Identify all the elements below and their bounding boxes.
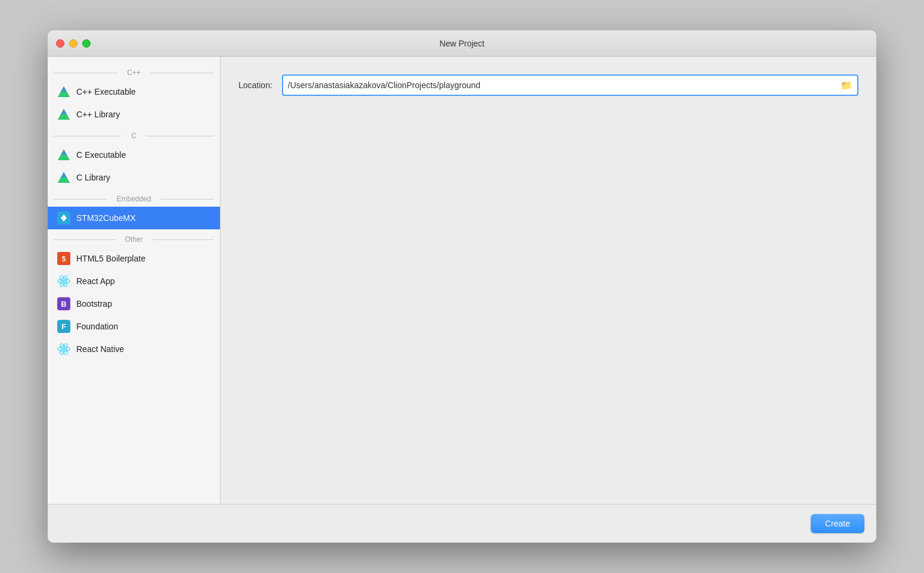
- react-icon: [57, 275, 70, 288]
- foundation-label: Foundation: [76, 322, 118, 331]
- svg-point-16: [63, 280, 66, 283]
- location-row: Location: 📁: [238, 74, 858, 96]
- minimize-button[interactable]: [69, 39, 77, 48]
- section-label-cpp: C++: [48, 63, 220, 80]
- svg-marker-11: [58, 177, 70, 183]
- sidebar-item-cpp-executable[interactable]: C++ Executable: [48, 80, 220, 103]
- sidebar-item-react-native[interactable]: React Native: [48, 338, 220, 360]
- cpp-library-label: C++ Library: [76, 110, 120, 119]
- sidebar-item-react-app[interactable]: React App: [48, 270, 220, 292]
- stm32-icon: [57, 211, 70, 225]
- sidebar-item-bootstrap[interactable]: B Bootstrap: [48, 292, 220, 315]
- sidebar-item-cpp-library[interactable]: C++ Library: [48, 103, 220, 126]
- new-project-window: New Project C++ C++ Executable: [48, 30, 876, 543]
- svg-marker-2: [58, 92, 70, 97]
- cpp-executable-label: C++ Executable: [76, 87, 136, 96]
- react-native-icon: [57, 342, 70, 356]
- cmake-icon: [57, 171, 70, 184]
- react-native-label: React Native: [76, 344, 124, 354]
- svg-marker-7: [61, 150, 67, 155]
- svg-marker-1: [61, 86, 67, 92]
- section-label-other: Other: [48, 229, 220, 247]
- cmake-icon: [57, 108, 70, 121]
- create-button[interactable]: Create: [811, 514, 864, 533]
- c-library-label: C Library: [76, 173, 110, 182]
- svg-text:5: 5: [62, 255, 66, 263]
- section-label-embedded: Embedded: [48, 189, 220, 207]
- c-executable-label: C Executable: [76, 150, 126, 160]
- location-label: Location:: [238, 80, 272, 90]
- svg-marker-10: [61, 172, 67, 177]
- html5-boilerplate-label: HTML5 Boilerplate: [76, 254, 145, 263]
- close-button[interactable]: [56, 39, 64, 48]
- sidebar-item-c-executable[interactable]: C Executable: [48, 144, 220, 166]
- cmake-icon: [57, 148, 70, 161]
- cmake-icon: [57, 85, 70, 98]
- svg-marker-5: [58, 114, 70, 120]
- location-input-wrapper: 📁: [282, 74, 858, 96]
- bootstrap-label: Bootstrap: [76, 299, 112, 309]
- svg-marker-8: [58, 155, 70, 160]
- title-bar: New Project: [48, 30, 876, 57]
- content-area: C++ C++ Executable C++ Library: [48, 57, 876, 504]
- svg-point-20: [63, 348, 66, 351]
- html5-icon: 5: [57, 252, 70, 265]
- bootstrap-icon: B: [57, 297, 70, 310]
- react-app-label: React App: [76, 276, 115, 286]
- folder-icon[interactable]: 📁: [841, 80, 852, 91]
- section-label-c: C: [48, 126, 220, 144]
- window-controls: [56, 39, 91, 48]
- sidebar-item-foundation[interactable]: F Foundation: [48, 315, 220, 338]
- sidebar: C++ C++ Executable C++ Library: [48, 57, 221, 504]
- foundation-icon: F: [57, 320, 70, 333]
- sidebar-item-c-library[interactable]: C Library: [48, 166, 220, 189]
- svg-marker-4: [61, 109, 67, 114]
- main-panel: Location: 📁: [221, 57, 876, 504]
- window-title: New Project: [439, 39, 484, 48]
- stm32cubemx-label: STM32CubeMX: [76, 213, 136, 223]
- sidebar-item-html5-boilerplate[interactable]: 5 HTML5 Boilerplate: [48, 247, 220, 270]
- sidebar-item-stm32cubemx[interactable]: STM32CubeMX: [48, 207, 220, 229]
- bottom-bar: Create: [48, 504, 876, 543]
- location-input[interactable]: [288, 80, 838, 90]
- maximize-button[interactable]: [82, 39, 91, 48]
